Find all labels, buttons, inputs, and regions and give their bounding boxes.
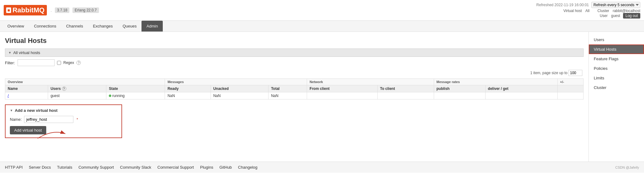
nav-admin[interactable]: Admin [142, 21, 163, 32]
refreshed-label: Refreshed 2022-11-19 16:00:01 [536, 3, 589, 7]
logo-icon: ■ [6, 7, 11, 13]
logout-button[interactable]: Log out [623, 13, 640, 19]
row-publish [434, 92, 485, 99]
regex-checkbox[interactable] [57, 61, 61, 65]
sidebar: Users Virtual Hosts Feature Flags Polici… [589, 32, 644, 162]
th-messages: Messages [165, 79, 307, 85]
col-total: Total [269, 85, 307, 92]
users-help-icon[interactable]: ? [62, 86, 66, 91]
add-vhost-title: Add a new virtual host [15, 108, 58, 113]
nav-overview[interactable]: Overview [2, 21, 29, 32]
sidebar-item-virtual-hosts[interactable]: Virtual Hosts [589, 44, 644, 54]
cluster-label: Cluster [593, 9, 609, 13]
col-users: Users ? [48, 85, 106, 92]
row-action [557, 92, 583, 99]
footer-commercial-support[interactable]: Commercial Support [158, 165, 194, 170]
sidebar-item-feature-flags[interactable]: Feature Flags [589, 54, 644, 64]
virtual-host-label: Virtual host [564, 9, 582, 13]
footer-github[interactable]: GitHub [219, 165, 232, 170]
row-deliver [485, 92, 557, 99]
page-title: Virtual Hosts [5, 37, 584, 45]
erlang-badge: Erlang 22.0.7 [72, 7, 99, 13]
top-right: Refreshed 2022-11-19 16:00:01 Refresh ev… [536, 2, 640, 19]
user-row: User guest Log out [597, 13, 640, 19]
th-network: Network [307, 79, 434, 85]
add-vhost-name-row: Name: * [10, 116, 117, 123]
add-vhost-header: ▼ Add a new virtual host [10, 108, 117, 113]
row-users: guest [48, 92, 106, 99]
page-size-text: 1 item, page size up to [530, 71, 568, 75]
vhost-table: Overview Messages Network Message rates … [5, 78, 584, 99]
regex-label: Regex [64, 61, 74, 65]
logo: ■ RabbitMQ [4, 5, 47, 15]
version-badge: 3.7.18 [55, 7, 69, 13]
section-arrow: ▼ [8, 51, 11, 54]
nav-bar: Overview Connections Channels Exchanges … [0, 21, 644, 32]
nav-queues[interactable]: Queues [118, 21, 142, 32]
user-value: guest [611, 14, 620, 18]
sidebar-item-policies[interactable]: Policies [589, 64, 644, 73]
logo-area: ■ RabbitMQ . 3.7.18 Erlang 22.0.7 [4, 5, 99, 15]
nav-channels[interactable]: Channels [61, 21, 88, 32]
name-input[interactable] [24, 116, 73, 123]
row-unacked: NaN [211, 92, 268, 99]
th-plus-minus[interactable]: +/- [557, 79, 583, 85]
sidebar-item-limits[interactable]: Limits [589, 73, 644, 83]
row-name[interactable]: / [5, 92, 48, 99]
page-size-row: 1 item, page size up to [5, 70, 584, 76]
col-unacked: Unacked [211, 85, 268, 92]
filter-label: Filter: [5, 61, 15, 65]
main-wrap: Virtual Hosts ▼ All virtual hosts Filter… [0, 32, 644, 162]
col-from-client: From client [307, 85, 377, 92]
meta-row: Virtual host All Cluster rabbit@localhos… [561, 9, 640, 13]
row-ready: NaN [165, 92, 211, 99]
add-vhost-button[interactable]: Add virtual host [10, 126, 46, 134]
sidebar-item-cluster[interactable]: Cluster [589, 83, 644, 92]
cluster-value: rabbit@localhost [613, 9, 640, 13]
col-publish: publish [434, 85, 485, 92]
col-state: State [106, 85, 165, 92]
footer-tutorials[interactable]: Tutorials [57, 165, 72, 170]
filter-row: Filter: Regex ? [5, 59, 584, 66]
refresh-row: Refreshed 2022-11-19 16:00:01 Refresh ev… [536, 2, 640, 8]
virtual-host-value: All [585, 9, 589, 13]
col-to-client: To client [377, 85, 434, 92]
col-name: Name [5, 85, 48, 92]
refresh-select[interactable]: Refresh every 5 seconds [591, 2, 640, 8]
help-icon[interactable]: ? [76, 61, 81, 65]
user-label: User [600, 14, 608, 18]
footer-http-api[interactable]: HTTP API [5, 165, 23, 170]
required-star: * [76, 117, 78, 122]
arrow-container: Add virtual host [10, 126, 46, 134]
top-bar: ■ RabbitMQ . 3.7.18 Erlang 22.0.7 Refres… [0, 0, 644, 21]
col-ready: Ready [165, 85, 211, 92]
logo-domain: . [51, 8, 52, 13]
nav-exchanges[interactable]: Exchanges [88, 21, 117, 32]
footer-community-slack[interactable]: Community Slack [120, 165, 151, 170]
add-vhost-section: ▼ Add a new virtual host Name: * Add vir… [5, 104, 122, 138]
vhost-link[interactable]: / [8, 94, 9, 98]
footer-community-support[interactable]: Community Support [78, 165, 114, 170]
footer-plugins[interactable]: Plugins [200, 165, 213, 170]
add-vhost-arrow: ▼ [10, 109, 13, 112]
footer: HTTP API Server Docs Tutorials Community… [0, 162, 644, 173]
footer-changelog[interactable]: Changelog [238, 165, 257, 170]
sidebar-item-users[interactable]: Users [589, 35, 644, 44]
row-state: running [106, 92, 165, 99]
table-row: / guest running NaN NaN NaN [5, 92, 584, 99]
page-size-input[interactable] [568, 70, 582, 76]
all-vhosts-section[interactable]: ▼ All virtual hosts [5, 49, 584, 57]
footer-credit: CSDN @Jafeify [615, 166, 639, 169]
state-dot [109, 95, 111, 97]
col-empty [557, 85, 583, 92]
main-content: Virtual Hosts ▼ All virtual hosts Filter… [0, 32, 589, 162]
name-label: Name: [10, 117, 22, 122]
filter-input[interactable] [18, 59, 55, 66]
col-deliver: deliver / get [485, 85, 557, 92]
footer-server-docs[interactable]: Server Docs [29, 165, 51, 170]
nav-connections[interactable]: Connections [29, 21, 61, 32]
th-msg-rates: Message rates [434, 79, 557, 85]
row-from-client [307, 92, 377, 99]
th-overview: Overview [5, 79, 165, 85]
row-total: NaN [269, 92, 307, 99]
